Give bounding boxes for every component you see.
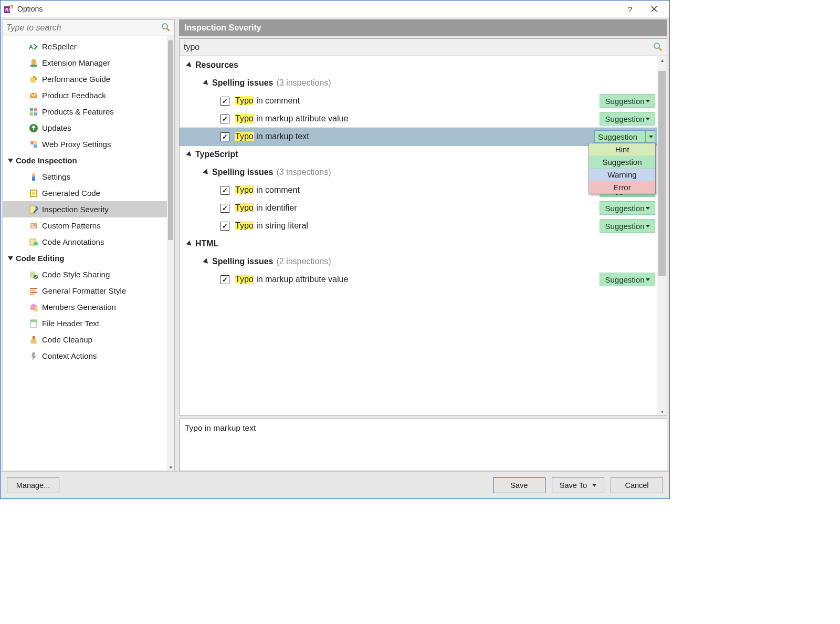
sidebar-item-updates[interactable]: Updates	[3, 120, 167, 136]
inspection-checkbox[interactable]: ✓	[220, 97, 229, 106]
chevron-down-icon	[649, 136, 653, 138]
severity-dropdown[interactable]: Suggestion	[600, 219, 655, 233]
close-button[interactable]	[642, 1, 666, 17]
sidebar-scroll-thumb[interactable]	[168, 40, 173, 240]
inspection-scroll-thumb[interactable]	[658, 71, 666, 276]
inspection-row[interactable]: ✓Typo in commentSuggestion	[180, 181, 657, 199]
category-row[interactable]: TypeScript	[180, 145, 657, 163]
sidebar-item-label: Extension Manager	[42, 58, 110, 67]
filter-input[interactable]	[184, 43, 653, 52]
save-button[interactable]: Save	[493, 477, 545, 493]
subcategory-row[interactable]: Spelling issues(2 inspections)	[180, 253, 657, 271]
category-row[interactable]: Resources	[180, 56, 657, 74]
subcategory-row[interactable]: Spelling issues(3 inspections)	[180, 163, 657, 181]
inspection-checkbox[interactable]: ✓	[220, 204, 229, 213]
subcategory-row[interactable]: Spelling issues(3 inspections)	[180, 74, 657, 92]
scroll-down-icon[interactable]: ▾	[167, 463, 174, 471]
sidebar-item-code-style-sharing[interactable]: Code Style Sharing	[3, 266, 167, 283]
severity-dropdown-popup[interactable]: Hint Suggestion Warning Error	[589, 143, 656, 194]
cancel-button-label: Cancel	[625, 481, 648, 490]
save-to-button[interactable]: Save To	[552, 477, 604, 493]
inspection-checkbox[interactable]: ✓	[220, 115, 229, 123]
scroll-up-icon[interactable]: ▴	[657, 56, 667, 64]
sidebar: AReSpellerExtension ManagerPerformance G…	[3, 19, 175, 471]
svg-rect-22	[30, 223, 37, 228]
severity-dropdown[interactable]: Suggestion	[600, 273, 655, 286]
cancel-button[interactable]: Cancel	[611, 477, 663, 493]
svg-point-33	[34, 307, 38, 311]
severity-dropdown[interactable]: Suggestion	[600, 201, 655, 215]
inspection-row[interactable]: ✓Typo in identifierSuggestion	[180, 199, 657, 217]
category-row[interactable]: HTML	[180, 235, 657, 253]
severity-dropdown[interactable]: Suggestion	[600, 94, 655, 108]
svg-rect-31	[30, 292, 37, 293]
severity-label: Suggestion	[605, 204, 644, 213]
save-to-button-label: Save To	[560, 481, 587, 490]
inspection-row[interactable]: ✓Typo in commentSuggestion	[180, 92, 657, 110]
sidebar-item-general-formatter-style[interactable]: General Formatter Style	[3, 283, 167, 299]
sidebar-item-respeller[interactable]: AReSpeller	[3, 38, 167, 55]
sidebar-item-products-features[interactable]: Products & Features	[3, 103, 167, 120]
sidebar-item-performance-guide[interactable]: Performance Guide	[3, 71, 167, 87]
sidebar-item-product-feedback[interactable]: Product Feedback	[3, 87, 167, 103]
sidebar-item-inspection-severity[interactable]: Inspection Severity	[3, 201, 167, 217]
sidebar-item-members-generation[interactable]: Members Generation	[3, 299, 167, 315]
svg-rect-10	[34, 108, 37, 111]
sidebar-section-code-inspection[interactable]: Code Inspection	[3, 152, 167, 169]
inspection-checkbox[interactable]: ✓	[220, 222, 229, 231]
expand-icon	[186, 61, 193, 68]
inspection-checkbox[interactable]: ✓	[220, 275, 229, 284]
sidebar-item-label: Web Proxy Settings	[42, 140, 111, 149]
svg-text:A: A	[29, 44, 33, 50]
sidebar-scrollbar[interactable]: ▴ ▾	[167, 36, 174, 471]
manage-button[interactable]: Manage...	[7, 477, 59, 493]
sidebar-item-code-annotations[interactable]: Code Annotations	[3, 234, 167, 250]
svg-rect-36	[33, 336, 35, 339]
sidebar-item-file-header-text[interactable]: File Header Text	[3, 315, 167, 331]
severity-label: Suggestion	[605, 97, 644, 106]
scroll-down-icon[interactable]: ▾	[657, 408, 667, 415]
expand-icon	[8, 159, 13, 163]
code-annotations-icon	[28, 237, 39, 247]
inspection-row[interactable]: ✓Typo in string literalSuggestion	[180, 217, 657, 235]
sidebar-section-label: Code Inspection	[16, 156, 77, 165]
sidebar-item-label: Code Style Sharing	[42, 270, 110, 279]
sidebar-item-code-cleanup[interactable]: Code Cleanup	[3, 331, 167, 348]
expand-icon	[203, 258, 209, 265]
inspection-row[interactable]: ✓Typo in markup attribute valueSuggestio…	[180, 110, 657, 128]
severity-dropdown[interactable]: Suggestion	[600, 112, 655, 126]
sidebar-item-label: General Formatter Style	[42, 286, 126, 295]
severity-dropdown[interactable]: Suggestion	[594, 130, 655, 143]
sidebar-item-generated-code[interactable]: Generated Code	[3, 185, 167, 201]
extension-manager-icon	[28, 58, 39, 68]
inspection-row[interactable]: ✓Typo in markup attribute valueSuggestio…	[180, 271, 657, 288]
severity-option-suggestion[interactable]: Suggestion	[589, 156, 655, 169]
filter-row[interactable]	[179, 38, 667, 56]
sidebar-item-extension-manager[interactable]: Extension Manager	[3, 55, 167, 71]
titlebar: R# Options ?	[1, 1, 669, 17]
inspection-checkbox[interactable]: ✓	[220, 186, 229, 195]
sidebar-item-settings[interactable]: Settings	[3, 169, 167, 185]
severity-option-hint[interactable]: Hint	[589, 143, 655, 156]
inspection-count: (3 inspections)	[276, 168, 331, 177]
sidebar-item-custom-patterns[interactable]: Custom Patterns	[3, 217, 167, 234]
expand-icon	[186, 151, 193, 158]
sidebar-search-input[interactable]	[6, 23, 161, 33]
inspection-checkbox[interactable]: ✓	[220, 132, 229, 141]
severity-option-error[interactable]: Error	[589, 181, 655, 194]
sidebar-item-label: Inspection Severity	[42, 205, 109, 214]
expand-icon	[203, 169, 209, 175]
svg-point-37	[654, 43, 659, 48]
inspection-label: Typo in string literal	[235, 221, 308, 231]
severity-option-warning[interactable]: Warning	[589, 169, 655, 181]
sidebar-search[interactable]	[3, 19, 175, 36]
sidebar-section-code-editing[interactable]: Code Editing	[3, 250, 167, 266]
custom-patterns-icon	[28, 221, 39, 231]
help-button[interactable]: ?	[618, 1, 642, 17]
inspection-scrollbar[interactable]: ▴ ▾	[657, 56, 667, 415]
sidebar-item-web-proxy-settings[interactable]: Web Proxy Settings	[3, 136, 167, 152]
inspection-row[interactable]: ✓Typo in markup textSuggestion	[180, 128, 657, 145]
sidebar-item-context-actions[interactable]: Context Actions	[3, 348, 167, 364]
severity-label: Suggestion	[605, 275, 644, 284]
inspection-label: Typo in identifier	[235, 203, 297, 213]
